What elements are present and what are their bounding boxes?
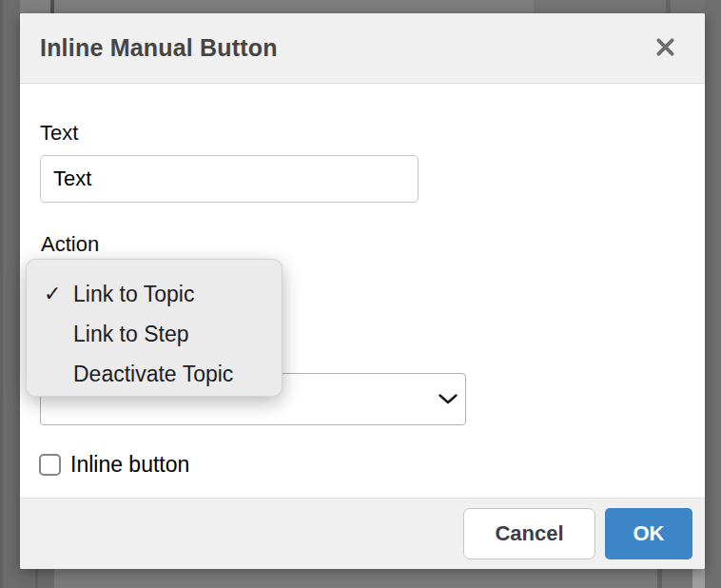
text-input[interactable] (40, 155, 419, 203)
action-dropdown-menu: ✓ Link to Topic Link to Step Deactivate … (26, 259, 283, 397)
backdrop-bottom (20, 569, 705, 588)
backdrop-left (0, 0, 20, 588)
chevron-down-icon (438, 391, 458, 408)
inline-button-checkbox-label: Inline button (70, 452, 189, 478)
menu-item-link-to-step[interactable]: Link to Step (27, 314, 282, 354)
backdrop-top (20, 0, 705, 13)
menu-item-label: Link to Topic (73, 282, 194, 307)
inline-button-checkbox-row[interactable]: Inline button (39, 452, 189, 478)
close-icon (655, 37, 675, 60)
inline-button-checkbox[interactable] (39, 454, 61, 476)
menu-item-link-to-topic[interactable]: ✓ Link to Topic (27, 274, 282, 314)
ok-button[interactable]: OK (605, 508, 692, 559)
text-field-label: Text (40, 121, 78, 146)
inline-manual-button-dialog: Inline Manual Button Text Action ✓ (20, 13, 705, 569)
action-field-label: Action (41, 232, 99, 257)
backdrop-right (705, 0, 721, 588)
cancel-button[interactable]: Cancel (463, 508, 595, 559)
menu-item-label: Link to Step (73, 322, 188, 347)
check-icon: ✓ (44, 282, 73, 306)
menu-item-label: Deactivate Topic (73, 362, 233, 387)
dialog-title: Inline Manual Button (40, 34, 278, 62)
screen: Inline Manual Button Text Action ✓ (0, 0, 721, 588)
dialog-footer: Cancel OK (20, 498, 705, 569)
dialog-header: Inline Manual Button (20, 13, 705, 84)
menu-item-deactivate-topic[interactable]: Deactivate Topic (27, 354, 282, 394)
close-button[interactable] (652, 35, 678, 62)
